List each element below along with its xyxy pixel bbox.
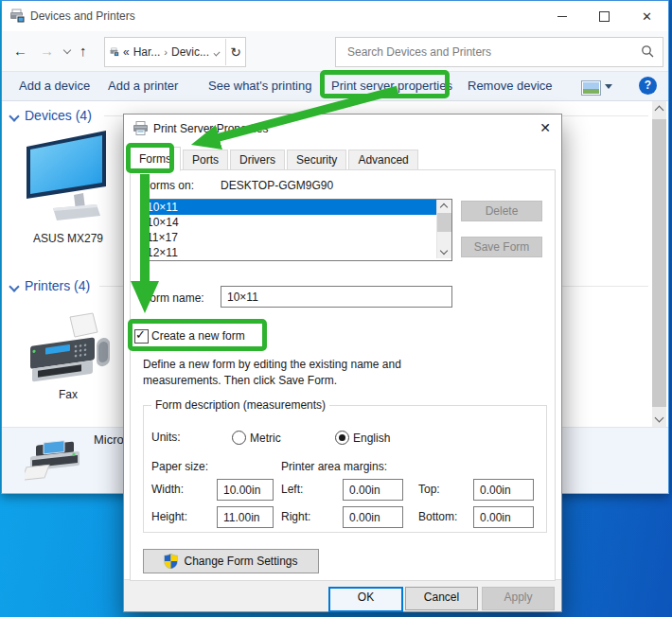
add-a-device-button[interactable]: Add a device xyxy=(19,79,90,93)
left-label: Left: xyxy=(281,483,303,496)
width-label: Width: xyxy=(151,483,184,496)
form-name-label: Form name: xyxy=(143,291,204,305)
annotation-box-forms-tab xyxy=(126,143,174,173)
remove-device-button[interactable]: Remove device xyxy=(468,79,553,93)
minimize-button[interactable] xyxy=(540,1,583,31)
navigation-bar: ← → ↑ « Har... › Devic... ↻ xyxy=(2,31,668,72)
top-label: Top: xyxy=(418,483,440,496)
paper-size-label: Paper size: xyxy=(151,460,208,473)
search-input[interactable] xyxy=(345,38,633,66)
recent-pages-chevron-icon[interactable] xyxy=(63,46,71,54)
metric-radio[interactable] xyxy=(232,431,246,445)
tab-advanced[interactable]: Advanced xyxy=(348,150,417,170)
breadcrumb-item[interactable]: Har... xyxy=(133,45,161,59)
refresh-icon[interactable]: ↻ xyxy=(226,44,245,60)
scroll-down-icon[interactable] xyxy=(440,247,448,255)
top-input[interactable] xyxy=(473,479,534,501)
print-server-properties-dialog: Print Server Properties ✕ Forms Ports Dr… xyxy=(123,114,562,612)
scrollbar-thumb[interactable] xyxy=(652,119,666,407)
groupbox-label: Form description (measurements) xyxy=(151,398,329,412)
tab-security[interactable]: Security xyxy=(287,150,346,170)
devices-section-chevron-icon[interactable] xyxy=(9,111,19,121)
list-item[interactable]: 12×11 xyxy=(144,245,451,260)
right-input[interactable] xyxy=(343,506,403,528)
address-bar[interactable]: « Har... › Devic... ↻ xyxy=(104,37,246,67)
vertical-scrollbar[interactable] xyxy=(652,101,666,427)
forms-on-label: Forms on: xyxy=(143,179,194,192)
height-label: Height: xyxy=(151,510,187,523)
list-item[interactable]: 10×14 xyxy=(144,215,451,230)
help-icon[interactable]: ? xyxy=(639,77,657,95)
scroll-down-icon[interactable] xyxy=(655,414,664,423)
english-label[interactable]: English xyxy=(353,432,390,445)
list-item[interactable]: 11×17 xyxy=(144,230,451,245)
left-input[interactable] xyxy=(343,479,403,501)
dialog-close-icon[interactable]: ✕ xyxy=(539,120,551,135)
annotation-box-create-new-form xyxy=(128,319,267,351)
scrollbar-thumb[interactable] xyxy=(437,213,451,232)
forms-listbox[interactable]: 10×11 10×14 11×17 12×11 xyxy=(143,199,452,261)
change-view-icon[interactable] xyxy=(581,80,601,96)
description-line2: measurements. Then click Save Form. xyxy=(143,374,337,387)
selected-printer-icon xyxy=(25,437,87,490)
tab-drivers[interactable]: Drivers xyxy=(230,150,285,170)
back-icon[interactable]: ← xyxy=(13,43,27,60)
uac-shield-icon xyxy=(164,554,178,569)
address-dropdown-chevron-icon[interactable] xyxy=(214,49,221,56)
see-whats-printing-button[interactable]: See what's printing xyxy=(208,79,311,93)
printers-section-chevron-icon[interactable] xyxy=(9,281,19,291)
ok-button[interactable]: OK xyxy=(328,587,403,612)
form-description-groupbox: Form description (measurements) Units: M… xyxy=(143,405,547,533)
title-bar: Devices and Printers ✕ xyxy=(2,1,668,31)
up-icon[interactable]: ↑ xyxy=(80,43,87,60)
app-printer-icon xyxy=(9,9,26,24)
devices-section-header[interactable]: Devices (4) xyxy=(25,108,92,123)
dialog-title: Print Server Properties xyxy=(153,122,268,135)
add-a-printer-button[interactable]: Add a printer xyxy=(108,79,178,93)
margins-label: Printer area margins: xyxy=(281,460,387,473)
scroll-up-icon[interactable] xyxy=(440,203,448,211)
breadcrumb-item[interactable]: Devic... xyxy=(171,45,209,59)
cancel-button[interactable]: Cancel xyxy=(405,587,478,610)
width-input[interactable] xyxy=(217,479,274,501)
bottom-input[interactable] xyxy=(473,506,534,528)
fax-machine-icon[interactable] xyxy=(23,311,114,383)
desktop: Devices and Printers ✕ ← → ↑ « Har... xyxy=(0,0,672,617)
dialog-printer-icon xyxy=(133,121,149,135)
apply-button[interactable]: Apply xyxy=(482,587,555,610)
view-dropdown-chevron-icon[interactable] xyxy=(605,84,612,89)
monitor-icon[interactable] xyxy=(23,128,114,222)
address-printer-icon xyxy=(110,45,119,59)
tab-ports[interactable]: Ports xyxy=(183,150,228,170)
close-button[interactable]: ✕ xyxy=(626,1,668,31)
change-form-settings-label: Change Form Settings xyxy=(184,555,297,568)
forward-icon[interactable]: → xyxy=(40,43,54,60)
printers-section-header[interactable]: Printers (4) xyxy=(25,278,90,293)
units-label: Units: xyxy=(151,431,181,444)
change-form-settings-button[interactable]: Change Form Settings xyxy=(143,549,319,573)
selected-item-name: Micro xyxy=(94,432,124,447)
english-radio[interactable] xyxy=(335,431,349,445)
maximize-button[interactable] xyxy=(583,1,626,31)
list-item[interactable]: 10×11 xyxy=(144,200,451,215)
right-label: Right: xyxy=(281,510,310,523)
computer-name: DESKTOP-GGM9G90 xyxy=(221,179,333,192)
dialog-footer: OK Cancel Apply xyxy=(124,579,561,611)
bottom-label: Bottom: xyxy=(418,510,457,523)
height-input[interactable] xyxy=(217,506,274,528)
delete-button[interactable]: Delete xyxy=(461,201,542,221)
metric-label[interactable]: Metric xyxy=(250,432,281,445)
device-item-label[interactable]: ASUS MX279 xyxy=(9,232,127,245)
description-line1: Define a new form by editing the existin… xyxy=(143,358,401,371)
window-title: Devices and Printers xyxy=(30,9,135,23)
annotation-box-print-server-properties xyxy=(320,70,450,98)
printer-item-label[interactable]: Fax xyxy=(9,388,127,401)
listbox-scrollbar[interactable] xyxy=(436,200,451,258)
breadcrumb-collapse[interactable]: « xyxy=(123,45,130,59)
save-form-button[interactable]: Save Form xyxy=(461,237,542,257)
search-box xyxy=(335,37,663,67)
search-icon[interactable] xyxy=(641,44,654,58)
breadcrumb-separator-icon: › xyxy=(160,46,171,58)
scroll-up-icon[interactable] xyxy=(655,106,664,115)
form-name-input[interactable] xyxy=(221,286,452,308)
